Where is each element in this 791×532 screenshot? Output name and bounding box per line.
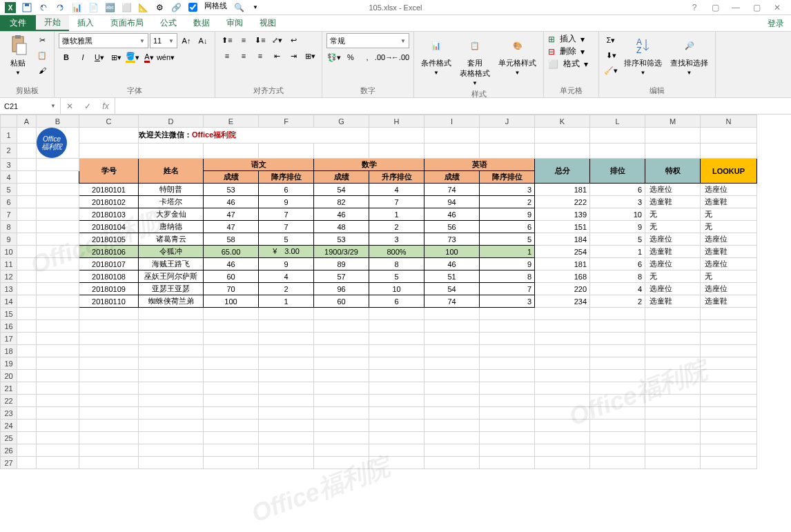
cell[interactable] — [480, 395, 535, 407]
cell[interactable] — [17, 308, 37, 320]
cell[interactable] — [37, 382, 79, 395]
tab-file[interactable]: 文件 — [0, 15, 36, 31]
cell[interactable] — [590, 320, 645, 333]
cell-name[interactable]: 卡塔尔 — [139, 196, 204, 208]
cell[interactable]: 5 — [590, 233, 645, 246]
cell[interactable]: 6 — [590, 258, 645, 270]
cell[interactable] — [37, 370, 79, 382]
cell-id[interactable]: 20180109 — [79, 283, 139, 295]
cell[interactable]: 4 — [259, 270, 314, 283]
cell-name[interactable]: 海贼王路飞 — [139, 258, 204, 270]
cell[interactable]: 无 — [645, 208, 701, 221]
cell[interactable]: 7 — [369, 196, 424, 208]
cell[interactable] — [480, 333, 535, 345]
redo-icon[interactable] — [52, 1, 68, 14]
cell-id[interactable]: 20180104 — [79, 221, 139, 233]
cell[interactable]: 54 — [314, 184, 369, 196]
cell[interactable] — [17, 357, 37, 370]
cell[interactable]: 无 — [701, 208, 757, 221]
cell[interactable]: 选座位 — [645, 283, 701, 295]
border-icon[interactable]: ⊞▾ — [108, 50, 124, 64]
cell[interactable] — [535, 395, 590, 407]
cell[interactable] — [590, 357, 645, 370]
cell[interactable]: 46 — [424, 208, 480, 221]
cell[interactable] — [590, 420, 645, 432]
save-icon[interactable] — [19, 1, 35, 14]
qat-btn[interactable]: ⚙ — [152, 1, 167, 14]
cell[interactable]: 58 — [204, 233, 259, 246]
cell[interactable]: 70 — [204, 283, 259, 295]
cell[interactable] — [314, 382, 369, 395]
cell[interactable] — [139, 395, 204, 407]
cell-id[interactable]: 20180101 — [79, 184, 139, 196]
cell[interactable] — [424, 395, 480, 407]
cell[interactable] — [701, 420, 757, 432]
cell[interactable]: ¥ 3.00 — [259, 246, 314, 258]
cell[interactable]: 选座位 — [645, 233, 701, 246]
cell[interactable]: 51 — [424, 270, 480, 283]
cell[interactable] — [480, 382, 535, 395]
cell[interactable]: 89 — [314, 258, 369, 270]
cell[interactable] — [701, 370, 757, 382]
cell[interactable]: 无 — [645, 221, 701, 233]
cell[interactable] — [369, 370, 424, 382]
cell[interactable] — [79, 333, 139, 345]
cell[interactable]: 100 — [424, 246, 480, 258]
cell[interactable] — [79, 345, 139, 357]
cell[interactable] — [535, 407, 590, 420]
cell[interactable]: 73 — [424, 233, 480, 246]
cell[interactable]: 7 — [259, 208, 314, 221]
fill-icon[interactable]: ⬇▾ — [603, 48, 618, 62]
cell[interactable] — [139, 444, 204, 457]
cell[interactable] — [480, 370, 535, 382]
cell[interactable] — [17, 128, 37, 144]
qat-btn[interactable]: 🔗 — [168, 1, 184, 14]
grid-area[interactable]: Office福利院 Office福利院 Office福利院 ABCDEFGHIJ… — [0, 115, 791, 532]
align-center-icon[interactable]: ≡ — [236, 49, 251, 63]
cell[interactable] — [645, 320, 701, 333]
cell[interactable] — [139, 407, 204, 420]
col-header[interactable]: H — [369, 115, 424, 128]
cell[interactable] — [204, 370, 259, 382]
cell[interactable]: 选童鞋 — [645, 196, 701, 208]
cell[interactable]: 无 — [701, 221, 757, 233]
cell[interactable] — [314, 432, 369, 444]
cell-id[interactable]: 20180107 — [79, 258, 139, 270]
indent-dec-icon[interactable]: ⇤ — [269, 49, 284, 63]
tab-view[interactable]: 视图 — [251, 15, 284, 31]
indent-inc-icon[interactable]: ⇥ — [286, 49, 301, 63]
cell[interactable]: 800% — [369, 246, 424, 258]
find-select-button[interactable]: 🔎查找和选择▼ — [667, 33, 711, 77]
cell[interactable] — [701, 457, 757, 469]
cell[interactable]: 74 — [424, 184, 480, 196]
cell-name[interactable]: 令狐冲 — [139, 246, 204, 258]
cancel-icon[interactable]: ✕ — [61, 98, 79, 114]
spreadsheet-grid[interactable]: ABCDEFGHIJKLMN1Office福利院欢迎关注微信：Office福利院… — [0, 115, 757, 469]
cell[interactable] — [37, 457, 79, 469]
cell[interactable] — [314, 457, 369, 469]
tab-layout[interactable]: 页面布局 — [102, 15, 152, 31]
cell[interactable] — [37, 320, 79, 333]
cell[interactable] — [204, 357, 259, 370]
row-header[interactable]: 21 — [1, 382, 17, 395]
cell-id[interactable]: 20180103 — [79, 208, 139, 221]
tab-insert[interactable]: 插入 — [69, 15, 102, 31]
cell[interactable] — [314, 420, 369, 432]
cell[interactable] — [37, 420, 79, 432]
row-header[interactable]: 16 — [1, 320, 17, 333]
cell[interactable]: 选童鞋 — [645, 246, 701, 258]
cell[interactable] — [204, 444, 259, 457]
italic-button[interactable]: I — [75, 50, 90, 64]
cell[interactable] — [535, 420, 590, 432]
qat-btn[interactable] — [185, 1, 200, 14]
cell[interactable] — [645, 308, 701, 320]
cell[interactable]: 74 — [424, 295, 480, 308]
cell[interactable]: 220 — [535, 283, 590, 295]
row-header[interactable]: 19 — [1, 357, 17, 370]
cell[interactable] — [480, 308, 535, 320]
cell[interactable]: 3 — [480, 295, 535, 308]
paste-button[interactable]: 粘贴 ▼ — [4, 33, 32, 77]
name-box[interactable]: C21▼ — [0, 98, 61, 114]
cell[interactable]: 60 — [314, 295, 369, 308]
col-header[interactable]: G — [314, 115, 369, 128]
